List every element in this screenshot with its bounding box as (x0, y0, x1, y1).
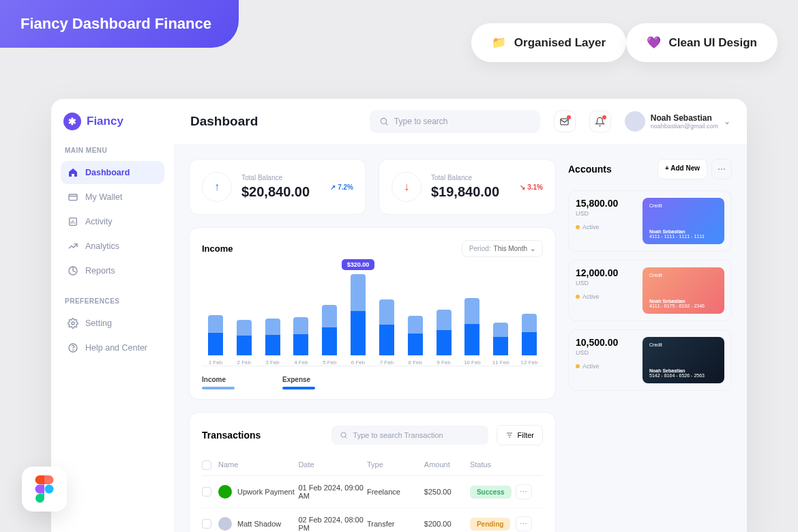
sidebar-item-dashboard[interactable]: Dashboard (61, 161, 164, 184)
legend-expense: Expense (282, 376, 315, 389)
chart-bar[interactable]: 5 Feb (320, 305, 339, 366)
account-card[interactable]: 12,000.00USDActiveCreditNoah Sebastian41… (568, 260, 732, 321)
arrow-down-icon: ↓ (391, 172, 422, 202)
svg-rect-0 (69, 194, 77, 201)
user-email: noahbastian@gmail.com (651, 123, 718, 130)
row-checkbox[interactable] (202, 487, 211, 497)
sidebar-item-activity[interactable]: Activity (61, 210, 164, 233)
avatar (625, 111, 645, 132)
transactions-search[interactable]: Type to search Transaction (331, 426, 488, 445)
sidebar: ✱ Fiancy MAIN MENU DashboardMy WalletAct… (51, 99, 174, 532)
accounts-more-button[interactable]: ⋯ (711, 159, 732, 179)
stat-card: ↓Total Balance$19,840.00↘ 3.1% (379, 159, 556, 215)
arrow-up-icon: ↑ (202, 172, 232, 202)
logo-icon: ✱ (63, 113, 81, 130)
nav-icon (68, 265, 78, 276)
transactions-card: Transactions Type to search Transaction … (189, 412, 556, 532)
nav-icon (68, 192, 78, 203)
nav-icon (68, 167, 78, 178)
nav-icon (68, 216, 78, 227)
svg-point-17 (45, 485, 54, 494)
header: Dashboard Type to search Noah Sebastian (174, 99, 747, 144)
sidebar-item-my-wallet[interactable]: My Wallet (61, 186, 164, 209)
search-input[interactable]: Type to search (370, 110, 540, 133)
chart-bar[interactable]: 4 Feb (291, 317, 310, 366)
main-area: Dashboard Type to search Noah Sebastian (174, 99, 747, 532)
legend-income: Income (202, 376, 235, 389)
select-all-checkbox[interactable] (202, 460, 211, 470)
transactions-title: Transactions (202, 430, 261, 441)
chart-bar[interactable]: $320.006 Feb (349, 274, 368, 366)
chart-bar[interactable]: 3 Feb (263, 319, 282, 366)
svg-line-10 (385, 123, 387, 125)
chart-tooltip: $320.00 (342, 259, 375, 270)
svg-point-9 (381, 118, 386, 123)
notification-dot (567, 115, 571, 119)
figma-badge (22, 467, 67, 512)
table-header: Name Date Type Amount Status (202, 455, 543, 476)
svg-point-12 (341, 432, 346, 437)
chart-bar[interactable]: 2 Feb (235, 320, 254, 366)
inbox-button[interactable] (554, 110, 576, 132)
status-badge: Success (470, 486, 512, 499)
account-card[interactable]: 15,800.00USDActiveCreditNoah Sebastian41… (568, 190, 732, 252)
account-card[interactable]: 10,500.00USDActiveCreditNoah Sebastian51… (568, 329, 732, 391)
sidebar-item-setting[interactable]: Setting (61, 312, 164, 335)
nav-icon (68, 318, 78, 329)
brand-logo[interactable]: ✱ Fiancy (61, 113, 164, 130)
chevron-down-icon: ⌄ (724, 117, 730, 126)
sidebar-item-help-and-center[interactable]: Help and Center (61, 336, 164, 359)
heart-icon: 💜 (647, 35, 661, 50)
add-account-button[interactable]: + Add New (657, 159, 707, 179)
page-title: Dashboard (190, 114, 258, 129)
sidebar-item-reports[interactable]: Reports (61, 259, 164, 282)
folder-icon: 📁 (492, 35, 506, 50)
period-select[interactable]: Period: This Month ⌄ (462, 240, 543, 257)
app-window: ✱ Fiancy MAIN MENU DashboardMy WalletAct… (51, 99, 747, 532)
status-badge: Pending (470, 518, 510, 531)
svg-point-6 (72, 322, 74, 325)
row-more-button[interactable]: ⋯ (516, 516, 532, 531)
chart-bar[interactable]: 12 Feb (520, 314, 539, 366)
nav-icon (68, 342, 78, 353)
filter-button[interactable]: Filter (497, 425, 543, 445)
sidebar-item-analytics[interactable]: Analytics (61, 235, 164, 258)
credit-card: CreditNoah Sebastian4111 - 1111 - 1111 -… (642, 198, 724, 244)
row-more-button[interactable]: ⋯ (516, 484, 532, 499)
stat-delta: ↘ 3.1% (520, 183, 543, 191)
figma-icon (35, 475, 54, 503)
bell-button[interactable] (589, 110, 611, 132)
stat-card: ↑Total Balance$20,840.00↗ 7.2% (189, 159, 366, 215)
chart-bar[interactable]: 8 Feb (406, 316, 425, 366)
row-avatar (218, 485, 232, 499)
table-row[interactable]: Upwork Payment01 Feb 2024, 09:00 AMFreel… (202, 476, 543, 508)
user-menu[interactable]: Noah Sebastian noahbastian@gmail.com ⌄ (625, 111, 730, 132)
income-chart-card: Income Period: This Month ⌄ 1 Feb2 Feb3 … (189, 227, 556, 400)
chart-bar[interactable]: 1 Feb (206, 315, 225, 366)
promo-pill-layer: 📁 Organised Layer (471, 23, 626, 62)
chart-bar[interactable]: 7 Feb (377, 299, 396, 366)
chart-bar[interactable]: 11 Feb (491, 323, 510, 366)
user-name: Noah Sebastian (651, 113, 718, 123)
chart-bar[interactable]: 9 Feb (434, 310, 454, 366)
credit-card: CreditNoah Sebastian5142 - 8164 - 6526 -… (642, 337, 724, 383)
sidebar-section-main: MAIN MENU (61, 147, 164, 154)
chart-title: Income (202, 243, 233, 254)
svg-point-8 (73, 350, 74, 351)
table-row[interactable]: Matt Shadow02 Feb 2024, 08:00 PMTransfer… (202, 508, 543, 532)
promo-pill-design: 💜 Clean UI Design (626, 23, 778, 62)
sidebar-section-prefs: PREFERENCES (61, 297, 164, 305)
notification-dot (602, 115, 606, 119)
svg-line-13 (345, 437, 346, 438)
accounts-title: Accounts (568, 164, 612, 175)
credit-card: CreditNoah Sebastian4111 - 6175 - 0192 -… (642, 267, 724, 314)
search-icon (379, 117, 389, 126)
stat-delta: ↗ 7.2% (330, 183, 353, 191)
nav-icon (68, 241, 78, 252)
row-checkbox[interactable] (202, 519, 211, 529)
row-avatar (218, 517, 232, 531)
chart-bar[interactable]: 10 Feb (462, 298, 482, 366)
col-name[interactable]: Name (218, 460, 298, 470)
promo-banner: Fiancy Dashboard Finance (0, 0, 239, 48)
chevron-down-icon: ⌄ (530, 245, 535, 252)
